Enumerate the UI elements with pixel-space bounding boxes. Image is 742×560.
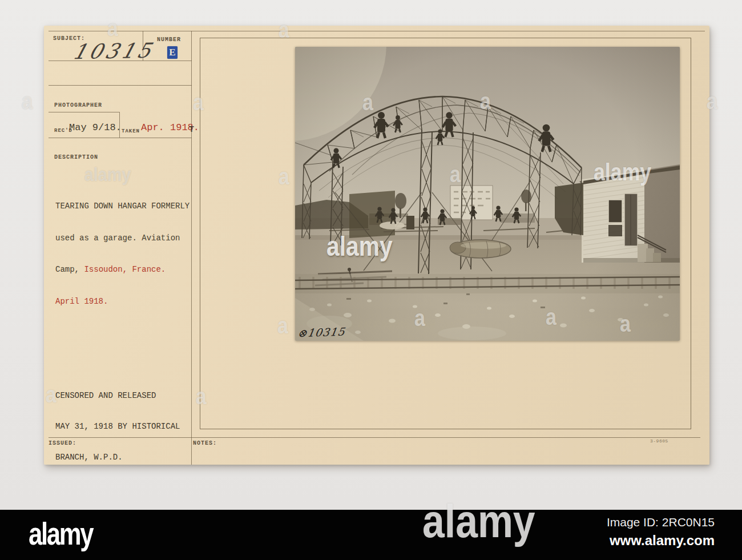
image-id-label: Image ID: [607,515,659,529]
image-id-value: 2RC0N15 [662,515,715,529]
clapboard-building [579,164,680,263]
tarp-left [349,191,395,238]
description-line-4: April 1918. [55,296,189,307]
censor-release-note: CENSORED AND RELEASED MAY 31, 1918 BY HI… [55,370,180,483]
print-code: 3-9605 [650,438,668,444]
alamy-url: www.alamy.com [607,533,715,549]
card-rule-row2 [49,85,192,86]
railroad-track [295,274,680,293]
description-line-2: used as a garage. Aviation [55,233,189,244]
number-stamp-e: E [167,46,178,59]
issued-label: ISSUED: [49,440,76,446]
censor-line-1: CENSORED AND RELEASED [55,390,180,401]
stray-typed-mark: T [189,125,194,135]
card-rule-photographer [49,112,119,112]
photo-record-card: SUBJECT: 10315 NUMBER E PHOTOGRAPHER REC… [44,26,709,465]
card-rule-row3 [49,138,192,138]
taken-label: TAKEN [122,128,140,134]
canvas-bundle [450,240,511,258]
description-line-1: TEARING DOWN HANGAR FORMERLY [55,201,189,212]
image-id-line: Image ID: 2RC0N15 [607,515,715,529]
subject-number-handwritten: 10315 [70,39,156,63]
alamy-logo: alamy [29,510,92,558]
description-line-3: Camp, Issoudon, France. [55,264,189,275]
photo-handwritten-number: ⊗10315 [297,325,346,340]
censor-line-3: BRANCH, W.P.D. [55,452,180,462]
description-label: DESCRIPTION [54,154,98,160]
watermark-a-icon: a [22,90,33,112]
image-id-block: Image ID: 2RC0N15 www.alamy.com [607,515,715,549]
recd-date: May 9/18. [69,122,122,133]
photographer-label: PHOTOGRAPHER [54,102,102,108]
notes-label: NOTES: [193,440,217,446]
alamy-footer-bar: alamy Image ID: 2RC0N15 www.alamy.com [0,510,742,560]
photograph: ⊗10315 [295,47,680,341]
hangar-photo-illustration [295,47,680,341]
card-main-divider [191,31,192,465]
alamy-stock-image-page: SUBJECT: 10315 NUMBER E PHOTOGRAPHER REC… [0,0,742,560]
card-rule-top [49,31,705,31]
description-text: TEARING DOWN HANGAR FORMERLY used as a g… [55,180,189,328]
number-label: NUMBER [157,37,181,43]
photo-frame: ⊗10315 [200,38,691,429]
censor-line-2: MAY 31, 1918 BY HISTORICAL [55,421,180,432]
